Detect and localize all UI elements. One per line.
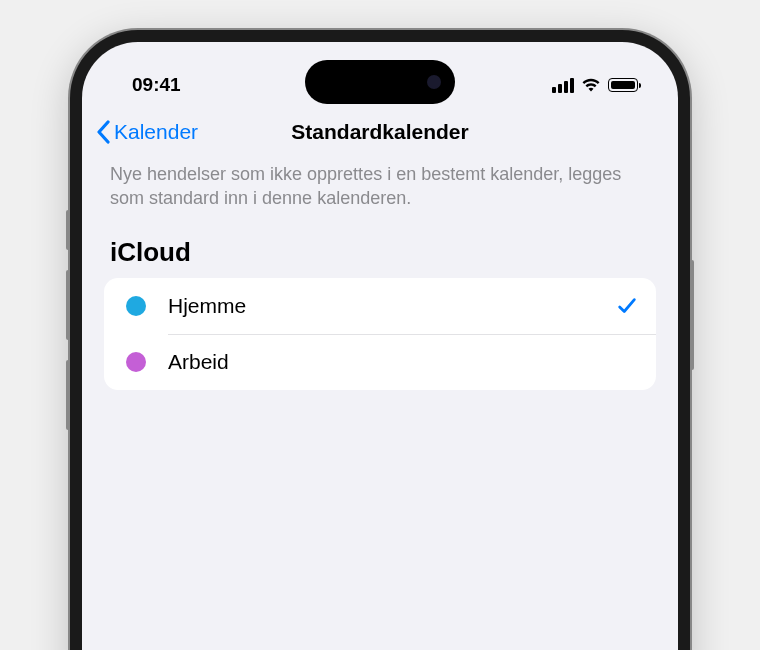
back-label: Kalender xyxy=(114,120,198,144)
phone-side-button xyxy=(690,260,694,370)
status-indicators xyxy=(552,78,638,93)
phone-frame: 09:41 Kalender xyxy=(70,30,690,650)
calendar-item-label: Arbeid xyxy=(168,350,638,374)
page-title: Standardkalender xyxy=(291,120,468,144)
checkmark-icon xyxy=(616,295,638,317)
calendar-item-home[interactable]: Hjemme xyxy=(104,278,656,334)
cellular-icon xyxy=(552,78,574,93)
status-time: 09:41 xyxy=(132,74,181,96)
color-dot-icon xyxy=(126,352,146,372)
section-header-icloud: iCloud xyxy=(82,229,678,278)
calendar-item-label: Hjemme xyxy=(168,294,616,318)
calendar-item-work[interactable]: Arbeid xyxy=(104,334,656,390)
color-dot-icon xyxy=(126,296,146,316)
battery-icon xyxy=(608,78,638,92)
screen: 09:41 Kalender xyxy=(82,42,678,650)
back-button[interactable]: Kalender xyxy=(96,120,198,144)
navigation-bar: Kalender Standardkalender xyxy=(82,104,678,158)
chevron-left-icon xyxy=(96,120,110,144)
dynamic-island xyxy=(305,60,455,104)
calendar-list: Hjemme Arbeid xyxy=(104,278,656,390)
page-description: Nye hendelser som ikke opprettes i en be… xyxy=(82,158,678,229)
wifi-icon xyxy=(581,78,601,93)
